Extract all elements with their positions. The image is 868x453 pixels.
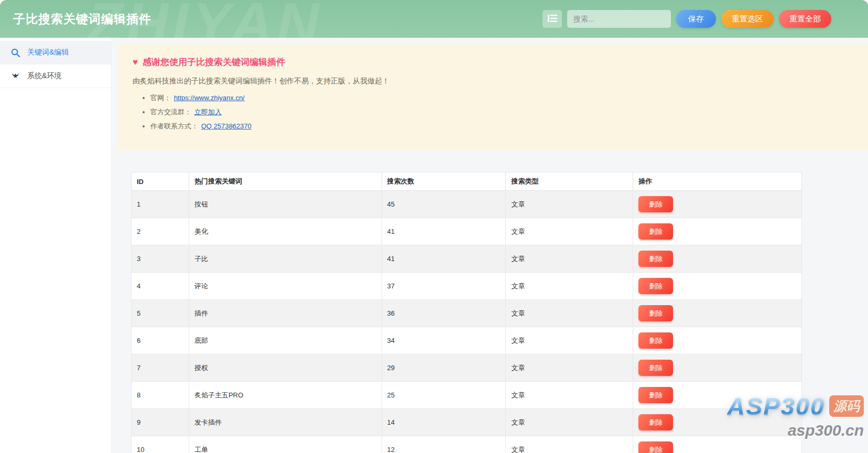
heart-icon: ♥ [133,57,138,68]
col-header-type: 搜索类型 [506,172,633,191]
plugin-window: ZHIYAN 子比搜索关键词编辑插件 保存 重置选区 重置全部 [0,0,868,453]
col-header-keyword: 热门搜索关键词 [189,172,382,191]
sidebar-item-label: 系统&环境 [27,71,61,81]
row-keyword: 授权 [189,354,382,382]
row-id: 5 [132,300,189,327]
row-type: 文章 [506,245,633,273]
notice-description: 由炙焰科技推出的子比搜索关键词编辑插件！创作不易，支持正版，从我做起！ [133,77,852,86]
delete-button[interactable]: 删除 [638,360,673,376]
body: 关键词&编辑 系统&环境 ♥ 感谢您使用子比搜索关键词编辑插件 由炙焰科技推出的… [0,38,868,453]
row-actions: 删除 [633,327,802,354]
reset-selection-button[interactable]: 重置选区 [721,10,774,28]
row-actions: 删除 [633,382,802,409]
row-keyword: 子比 [189,245,382,273]
bullet-label: 官方交流群： [150,108,191,116]
row-actions: 删除 [633,436,802,453]
col-header-actions: 操作 [633,172,802,191]
row-type: 文章 [506,436,633,453]
list-item: 官方交流群： 立即加入 [150,107,852,117]
row-id: 2 [132,218,189,245]
row-actions: 删除 [633,409,802,436]
row-id: 6 [132,327,189,354]
notice-heading: ♥ 感谢您使用子比搜索关键词编辑插件 [133,56,852,68]
table-header-row: ID 热门搜索关键词 搜索次数 搜索类型 操作 [132,172,802,191]
table-body: 1按钮45文章删除2美化41文章删除3子比41文章删除4评论37文章删除5插件3… [132,191,802,453]
row-id: 10 [132,436,189,453]
table-row: 6底部34文章删除 [132,327,802,354]
delete-button[interactable]: 删除 [638,196,673,212]
website-link[interactable]: https://www.zhiyanx.cn/ [174,94,245,102]
row-keyword: 工单 [189,436,382,453]
row-actions: 删除 [633,354,802,382]
list-item: 作者联系方式： QQ 2573862370 [150,122,852,131]
row-id: 9 [132,409,189,436]
row-count: 14 [382,409,506,436]
keywords-table: ID 热门搜索关键词 搜索次数 搜索类型 操作 1按钮45文章删除2美化41文章… [131,172,802,453]
row-keyword: 美化 [189,218,382,245]
row-count: 45 [382,191,506,218]
table-row: 10工单12文章删除 [132,436,802,453]
row-keyword: 炙焰子主五PRO [189,382,382,409]
bullet-label: 官网： [150,94,171,102]
table-row: 3子比41文章删除 [132,245,802,273]
row-keyword: 按钮 [189,191,382,218]
row-count: 34 [382,327,506,354]
row-count: 12 [382,436,506,453]
delete-button[interactable]: 删除 [638,441,673,453]
row-type: 文章 [506,191,633,218]
list-toggle-button[interactable] [542,10,562,28]
delete-button[interactable]: 删除 [638,278,673,294]
row-count: 29 [382,354,506,382]
delete-button[interactable]: 删除 [638,223,673,240]
table-row: 4评论37文章删除 [132,273,802,300]
row-keyword: 评论 [189,273,382,300]
row-keyword: 发卡插件 [189,409,382,436]
delete-button[interactable]: 删除 [638,251,673,267]
row-type: 文章 [506,327,633,354]
sidebar: 关键词&编辑 系统&环境 [0,38,112,453]
source-badge: 源码 [829,395,864,417]
table-row: 7授权29文章删除 [132,354,802,382]
search-icon [11,48,20,57]
row-actions: 删除 [633,300,802,327]
welcome-notice: ♥ 感谢您使用子比搜索关键词编辑插件 由炙焰科技推出的子比搜索关键词编辑插件！创… [118,44,868,150]
sidebar-item-keywords[interactable]: 关键词&编辑 [0,41,111,64]
row-id: 1 [132,191,189,218]
list-item: 官网： https://www.zhiyanx.cn/ [150,93,852,103]
search-input[interactable] [567,10,671,28]
reset-all-button[interactable]: 重置全部 [779,10,831,28]
list-icon [548,14,557,24]
row-id: 7 [132,354,189,382]
row-type: 文章 [506,382,633,409]
row-id: 3 [132,245,189,273]
delete-button[interactable]: 删除 [638,414,673,430]
join-group-link[interactable]: 立即加入 [194,108,222,116]
notice-title: 感谢您使用子比搜索关键词编辑插件 [143,56,285,68]
row-id: 4 [132,273,189,300]
header-toolbar: 保存 重置选区 重置全部 [542,10,831,28]
row-id: 8 [132,382,189,409]
row-type: 文章 [506,300,633,327]
row-actions: 删除 [633,273,802,300]
table-row: 1按钮45文章删除 [132,191,802,218]
row-type: 文章 [506,218,633,245]
row-count: 41 [382,245,506,273]
row-keyword: 插件 [189,300,382,327]
delete-button[interactable]: 删除 [638,387,673,403]
sidebar-item-system[interactable]: 系统&环境 [0,64,111,88]
col-header-count: 搜索次数 [382,172,506,191]
row-type: 文章 [506,409,633,436]
bullet-label: 作者联系方式： [150,122,198,130]
row-count: 36 [382,300,506,327]
header: ZHIYAN 子比搜索关键词编辑插件 保存 重置选区 重置全部 [0,0,868,38]
col-header-id: ID [132,172,189,191]
row-type: 文章 [506,273,633,300]
qq-contact-link[interactable]: QQ 2573862370 [201,122,252,130]
row-count: 25 [382,382,506,409]
row-keyword: 底部 [189,327,382,354]
delete-button[interactable]: 删除 [638,305,673,321]
save-button[interactable]: 保存 [676,10,716,28]
table-row: 8炙焰子主五PRO25文章删除 [132,382,802,409]
notice-links: 官网： https://www.zhiyanx.cn/ 官方交流群： 立即加入 … [150,93,852,131]
delete-button[interactable]: 删除 [638,332,673,349]
